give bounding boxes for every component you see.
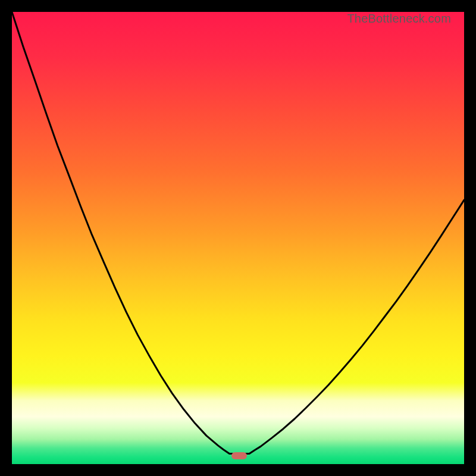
- chart-frame: TheBottleneck.com: [0, 0, 476, 476]
- plot-area: TheBottleneck.com: [12, 12, 464, 464]
- optimal-marker: [231, 452, 247, 459]
- watermark-text: TheBottleneck.com: [347, 12, 451, 26]
- bottleneck-curve: [12, 12, 464, 464]
